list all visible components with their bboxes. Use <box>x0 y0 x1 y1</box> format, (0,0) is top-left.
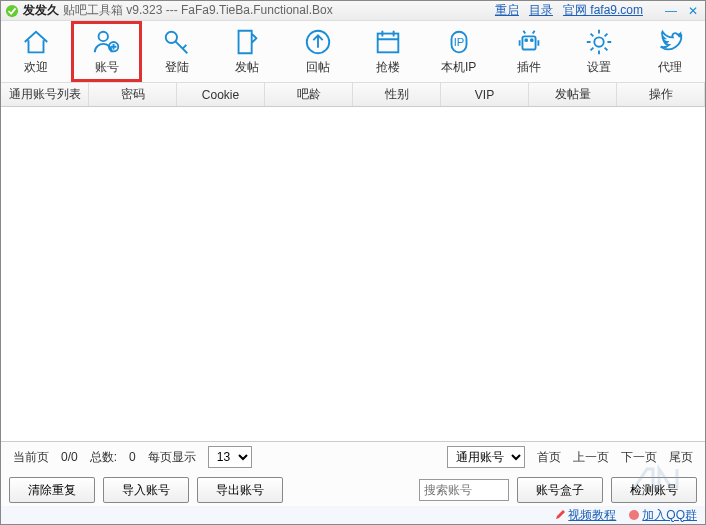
tool-label: 本机IP <box>441 59 476 76</box>
check-account-button[interactable]: 检测账号 <box>611 477 697 503</box>
total-label: 总数: <box>90 449 117 466</box>
prev-page[interactable]: 上一页 <box>573 449 609 466</box>
key-icon <box>162 27 192 57</box>
android-icon <box>514 27 544 57</box>
ip-icon: IP <box>444 27 474 57</box>
col-password[interactable]: 密码 <box>89 83 177 106</box>
col-action[interactable]: 操作 <box>617 83 705 106</box>
tool-login[interactable]: 登陆 <box>142 21 212 82</box>
scope-select[interactable]: 通用账号 <box>447 446 525 468</box>
tool-settings[interactable]: 设置 <box>564 21 634 82</box>
qq-group-link[interactable]: 加入QQ群 <box>628 507 697 524</box>
account-box-button[interactable]: 账号盒子 <box>517 477 603 503</box>
bird-icon <box>655 27 685 57</box>
title-bar: 发发久 贴吧工具箱 v9.323 --- FaFa9.TieBa.Functio… <box>1 1 705 21</box>
tool-post[interactable]: 发帖 <box>212 21 282 82</box>
tool-label: 账号 <box>95 59 119 76</box>
tool-welcome[interactable]: 欢迎 <box>1 21 71 82</box>
tool-label: 设置 <box>587 59 611 76</box>
curpage-value: 0/0 <box>61 450 78 464</box>
home-icon <box>21 27 51 57</box>
catalog-link[interactable]: 目录 <box>529 2 553 19</box>
dedup-button[interactable]: 清除重复 <box>9 477 95 503</box>
svg-point-1 <box>98 32 107 41</box>
tool-label: 插件 <box>517 59 541 76</box>
col-cookie[interactable]: Cookie <box>177 83 265 106</box>
tool-label: 欢迎 <box>24 59 48 76</box>
calendar-icon <box>373 27 403 57</box>
perpage-label: 每页显示 <box>148 449 196 466</box>
svg-point-9 <box>525 39 527 41</box>
total-value: 0 <box>129 450 136 464</box>
pager-row: 当前页 0/0 总数: 0 每页显示 13 通用账号 首页 上一页 下一页 尾页 <box>1 442 705 472</box>
col-account[interactable]: 通用账号列表 <box>1 83 89 106</box>
restart-link[interactable]: 重启 <box>495 2 519 19</box>
col-posts[interactable]: 发帖量 <box>529 83 617 106</box>
main-toolbar: 欢迎 账号 登陆 发帖 回帖 抢楼 IP 本机IP 插件 设置 代理 <box>1 21 705 83</box>
import-button[interactable]: 导入账号 <box>103 477 189 503</box>
pencil-icon <box>554 509 566 521</box>
search-input[interactable] <box>419 479 509 501</box>
col-gender[interactable]: 性别 <box>353 83 441 106</box>
footer-bar: 视频教程 加入QQ群 <box>1 506 705 524</box>
export-button[interactable]: 导出账号 <box>197 477 283 503</box>
button-row: 清除重复 导入账号 导出账号 账号盒子 检测账号 <box>1 472 705 508</box>
tool-label: 代理 <box>658 59 682 76</box>
tool-grab[interactable]: 抢楼 <box>353 21 423 82</box>
col-age[interactable]: 吧龄 <box>265 83 353 106</box>
close-button[interactable]: ✕ <box>685 4 701 18</box>
user-plus-icon <box>92 27 122 57</box>
next-page[interactable]: 下一页 <box>621 449 657 466</box>
tool-plugin[interactable]: 插件 <box>494 21 564 82</box>
edit-icon <box>232 27 262 57</box>
tool-account[interactable]: 账号 <box>71 21 141 82</box>
perpage-select[interactable]: 13 <box>208 446 252 468</box>
gear-icon <box>584 27 614 57</box>
tool-proxy[interactable]: 代理 <box>635 21 705 82</box>
tool-label: 登陆 <box>165 59 189 76</box>
svg-point-0 <box>6 4 18 16</box>
video-tutorial-link[interactable]: 视频教程 <box>554 507 616 524</box>
account-list <box>1 107 705 442</box>
qq-icon <box>628 509 640 521</box>
col-vip[interactable]: VIP <box>441 83 529 106</box>
website-link[interactable]: 官网 fafa9.com <box>563 2 643 19</box>
tool-label: 抢楼 <box>376 59 400 76</box>
svg-rect-8 <box>522 36 535 49</box>
tool-label: 发帖 <box>235 59 259 76</box>
app-logo-icon <box>5 4 19 18</box>
curpage-label: 当前页 <box>13 449 49 466</box>
tool-reply[interactable]: 回帖 <box>283 21 353 82</box>
minimize-button[interactable]: — <box>663 4 679 18</box>
app-title: 发发久 <box>23 2 59 19</box>
tool-label: 回帖 <box>306 59 330 76</box>
app-subtitle: 贴吧工具箱 v9.323 --- FaFa9.TieBa.Functional.… <box>63 2 333 19</box>
svg-text:IP: IP <box>453 36 464 48</box>
svg-point-10 <box>531 39 533 41</box>
first-page[interactable]: 首页 <box>537 449 561 466</box>
last-page[interactable]: 尾页 <box>669 449 693 466</box>
svg-point-11 <box>595 37 604 46</box>
tool-ip[interactable]: IP 本机IP <box>423 21 493 82</box>
svg-rect-5 <box>378 34 399 53</box>
upload-icon <box>303 27 333 57</box>
svg-point-12 <box>629 510 639 520</box>
column-headers: 通用账号列表 密码 Cookie 吧龄 性别 VIP 发帖量 操作 <box>1 83 705 107</box>
